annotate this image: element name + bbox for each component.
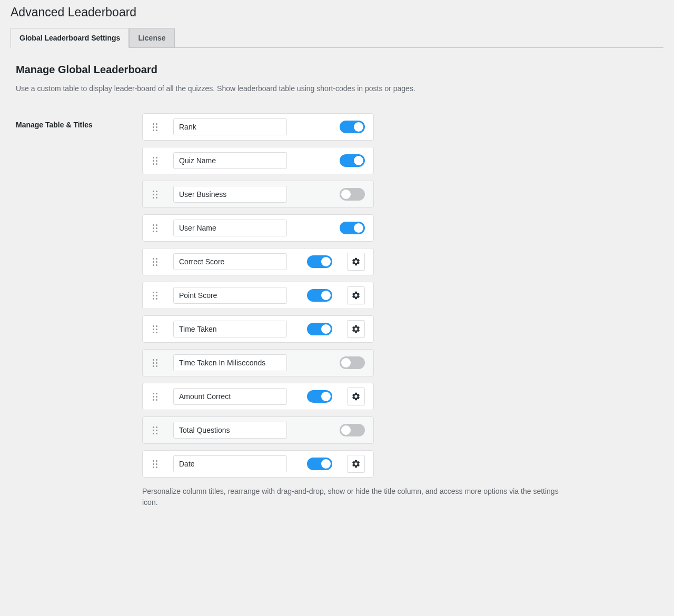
enable-toggle[interactable]: [340, 222, 365, 234]
field-title-input[interactable]: [173, 152, 287, 169]
field-title-input[interactable]: [173, 253, 287, 270]
tab-global-leaderboard-settings[interactable]: Global Leaderboard Settings: [11, 28, 129, 48]
field-title-input[interactable]: [173, 388, 287, 405]
drag-handle-icon[interactable]: [151, 358, 158, 368]
gear-icon: [351, 257, 361, 266]
gear-icon: [351, 324, 361, 334]
page-title: Advanced Leaderboard: [11, 5, 663, 19]
gear-icon: [351, 291, 361, 300]
drag-handle-icon[interactable]: [151, 156, 158, 166]
field-row: [142, 416, 374, 444]
tabs: Global Leaderboard Settings License: [11, 28, 663, 48]
enable-toggle[interactable]: [307, 255, 332, 268]
drag-handle-icon[interactable]: [151, 459, 158, 469]
field-settings-button[interactable]: [347, 455, 365, 473]
field-row: [142, 181, 374, 208]
enable-toggle[interactable]: [307, 458, 332, 470]
field-list: [142, 113, 584, 478]
drag-handle-icon[interactable]: [151, 223, 158, 233]
help-text: Personalize column titles, rearrange wit…: [142, 486, 574, 508]
field-title-input[interactable]: [173, 455, 287, 472]
enable-toggle[interactable]: [340, 424, 365, 436]
field-row: [142, 113, 374, 141]
field-title-input[interactable]: [173, 186, 287, 203]
enable-toggle[interactable]: [340, 356, 365, 369]
field-settings-button[interactable]: [347, 286, 365, 304]
enable-toggle[interactable]: [340, 121, 365, 133]
tab-content: Manage Global Leaderboard Use a custom t…: [11, 48, 663, 519]
field-row: [142, 282, 374, 309]
enable-toggle[interactable]: [307, 323, 332, 335]
field-settings-button[interactable]: [347, 388, 365, 405]
tab-license[interactable]: License: [129, 28, 174, 47]
drag-handle-icon[interactable]: [151, 257, 158, 267]
enable-toggle[interactable]: [340, 154, 365, 167]
enable-toggle[interactable]: [340, 188, 365, 201]
field-title-input[interactable]: [173, 354, 287, 371]
field-row: [142, 450, 374, 478]
row-label: Manage Table & Titles: [16, 113, 100, 129]
section-title: Manage Global Leaderboard: [16, 64, 658, 76]
field-title-input[interactable]: [173, 287, 287, 304]
field-title-input[interactable]: [173, 321, 287, 337]
enable-toggle[interactable]: [307, 390, 332, 403]
section-description: Use a custom table to display leader-boa…: [16, 83, 658, 94]
field-row: [142, 214, 374, 242]
field-row: [142, 315, 374, 343]
field-title-input[interactable]: [173, 118, 287, 135]
gear-icon: [351, 459, 361, 469]
field-row: [142, 147, 374, 174]
field-title-input[interactable]: [173, 220, 287, 236]
field-title-input[interactable]: [173, 422, 287, 439]
drag-handle-icon[interactable]: [151, 425, 158, 435]
field-row: [142, 248, 374, 275]
drag-handle-icon[interactable]: [151, 392, 158, 402]
drag-handle-icon[interactable]: [151, 324, 158, 334]
drag-handle-icon[interactable]: [151, 122, 158, 132]
drag-handle-icon[interactable]: [151, 291, 158, 301]
field-row: [142, 383, 374, 410]
drag-handle-icon[interactable]: [151, 190, 158, 200]
field-row: [142, 349, 374, 376]
field-settings-button[interactable]: [347, 253, 365, 271]
enable-toggle[interactable]: [307, 289, 332, 302]
gear-icon: [351, 392, 361, 401]
field-settings-button[interactable]: [347, 320, 365, 338]
